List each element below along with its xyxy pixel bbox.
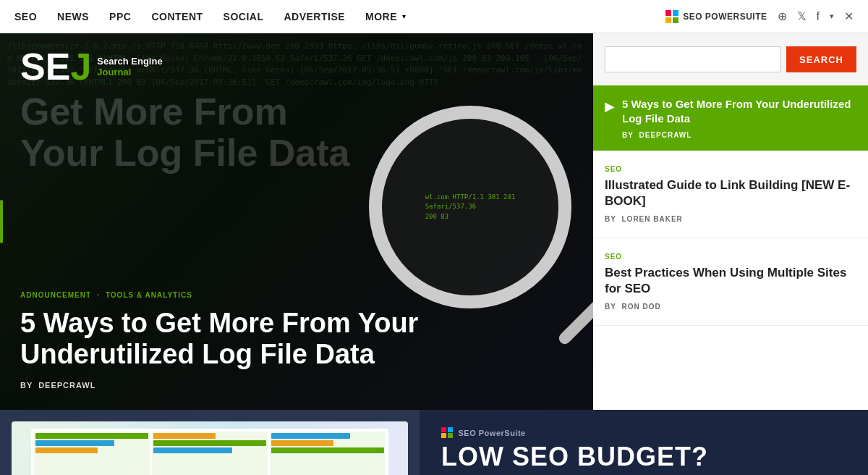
hero-tags: ADNOUNCEMENT · TOOLS & ANALYTICS: [20, 291, 573, 299]
rss-icon[interactable]: ⊕: [778, 9, 787, 23]
banner-logo-area: SEO PowerSuite LOW SEO BUDGET? GET ALL T…: [441, 427, 708, 475]
seo-powersuite-logo[interactable]: SEO POWERSUITE: [665, 10, 767, 23]
sidebar-article-0[interactable]: SEO Illustrated Guide to Link Building […: [593, 151, 868, 238]
magnify-code-text: wl.com HTTP/1.1 301 241 Safari/537.36 20…: [418, 185, 523, 230]
sej-letters: SEJ: [20, 48, 91, 85]
hero-section: /libs/modernizr-2.6.2.min.js HTTP 728 64…: [0, 33, 593, 410]
close-icon[interactable]: ✕: [844, 9, 854, 23]
play-icon: ▶: [605, 98, 615, 139]
featured-text: 5 Ways to Get More From Your Underutiliz…: [622, 97, 856, 139]
sej-journal-label: Journal: [97, 67, 162, 77]
featured-title: 5 Ways to Get More From Your Underutiliz…: [622, 97, 856, 125]
bsi-bar-3: [35, 447, 98, 453]
banner-headline: LOW SEO BUDGET?: [441, 444, 708, 470]
banner-logo-row: SEO PowerSuite: [441, 427, 708, 439]
sa0-author[interactable]: LOREN BAKER: [622, 215, 683, 223]
sej-search-engine-label: Search Engine: [97, 56, 162, 67]
bsi-bar-1: [35, 433, 148, 439]
nav-dropdown-icon[interactable]: ▾: [830, 12, 834, 21]
bsi-col-2: [152, 432, 268, 475]
sidebar-article-0-title: Illustrated Guide to Link Building [NEW …: [605, 177, 856, 209]
banner-screenshot: [12, 421, 408, 475]
nav-right-area: SEO POWERSUITE ⊕ 𝕏 f ▾ ✕: [665, 9, 854, 23]
sidebar-article-1-title: Best Practices When Using Multiple Sites…: [605, 265, 856, 297]
seo-powersuite-grid-icon: [665, 10, 678, 23]
facebook-icon[interactable]: f: [817, 10, 820, 23]
banner-ps-name: SEO PowerSuite: [459, 429, 526, 437]
bsi-bar-7: [271, 433, 350, 439]
search-bar: SEARCH: [593, 33, 868, 85]
bsi-col-3: [270, 432, 386, 475]
twitter-icon[interactable]: 𝕏: [797, 9, 807, 23]
nav-item-seo[interactable]: SEO: [14, 10, 37, 23]
search-button[interactable]: SEARCH: [786, 46, 856, 72]
hero-by-label: BY: [20, 381, 33, 390]
banner-left[interactable]: [0, 410, 420, 475]
sidebar-articles: SEO Illustrated Guide to Link Building […: [593, 151, 868, 410]
sidebar-article-1-byline: BY RON DOD: [605, 303, 856, 311]
sa1-author[interactable]: RON DOD: [622, 303, 661, 311]
scroll-indicator: [0, 200, 3, 243]
top-navigation: SEO NEWS PPC CONTENT SOCIAL ADVERTISE MO…: [0, 0, 868, 33]
sa0-by-label: BY: [605, 215, 616, 223]
banner-right[interactable]: SEO PowerSuite LOW SEO BUDGET? GET ALL T…: [420, 410, 868, 475]
featured-article[interactable]: ▶ 5 Ways to Get More From Your Underutil…: [593, 85, 868, 151]
bsi-col-1: [34, 432, 150, 475]
bsi-bar-9: [271, 447, 384, 453]
banner-screen-inner: [31, 429, 388, 475]
main-area: /libs/modernizr-2.6.2.min.js HTTP 728 64…: [0, 33, 868, 410]
sidebar-article-0-byline: BY LOREN BAKER: [605, 215, 856, 223]
bsi-bar-4: [153, 433, 216, 439]
featured-byline: BY DEEPCRAWL: [622, 131, 856, 139]
nav-item-content[interactable]: CONTENT: [151, 10, 203, 23]
hero-byline: BY DEEPCRAWL: [20, 381, 573, 390]
hero-title[interactable]: 5 Ways to Get More From Your Underutiliz…: [20, 308, 469, 371]
hero-author[interactable]: DEEPCRAWL: [38, 381, 95, 390]
right-sidebar: SEARCH ▶ 5 Ways to Get More From Your Un…: [593, 33, 868, 410]
sej-tagline: Search Engine Journal: [97, 56, 162, 77]
nav-item-ppc[interactable]: PPC: [109, 10, 131, 23]
bsi-bar-8: [271, 440, 333, 446]
hero-tag-adnouncement: ADNOUNCEMENT: [20, 291, 91, 299]
featured-by-label: BY: [622, 131, 634, 139]
chevron-down-icon: ▾: [402, 12, 406, 20]
hero-tag-dot: ·: [97, 291, 100, 299]
hero-content: ADNOUNCEMENT · TOOLS & ANALYTICS 5 Ways …: [0, 277, 593, 410]
bsi-bar-2: [35, 440, 114, 446]
featured-author[interactable]: DEEPCRAWL: [639, 131, 692, 139]
seo-powersuite-label: SEO POWERSUITE: [683, 12, 767, 22]
hero-tag-tools: TOOLS & ANALYTICS: [106, 291, 192, 299]
sej-j: J: [70, 46, 91, 88]
nav-item-news[interactable]: NEWS: [57, 10, 89, 23]
bsi-bar-5: [153, 440, 266, 446]
sidebar-article-1-tag: SEO: [605, 253, 856, 261]
bsi-bar-6: [153, 447, 232, 453]
sidebar-article-1[interactable]: SEO Best Practices When Using Multiple S…: [593, 238, 868, 326]
search-input[interactable]: [605, 46, 780, 72]
nav-item-advertise[interactable]: ADVERTISE: [284, 10, 345, 23]
sej-logo: SEJ Search Engine Journal: [20, 48, 163, 85]
nav-item-social[interactable]: SOCIAL: [224, 10, 264, 23]
nav-items-list: SEO NEWS PPC CONTENT SOCIAL ADVERTISE MO…: [14, 10, 665, 23]
nav-item-more[interactable]: MORE ▾: [365, 10, 406, 23]
banner-area: SEO PowerSuite LOW SEO BUDGET? GET ALL T…: [0, 410, 868, 475]
banner-ps-grid-icon: [441, 427, 453, 439]
sej-se: SE: [20, 46, 70, 88]
sa1-by-label: BY: [605, 303, 616, 311]
sidebar-article-0-tag: SEO: [605, 165, 856, 173]
